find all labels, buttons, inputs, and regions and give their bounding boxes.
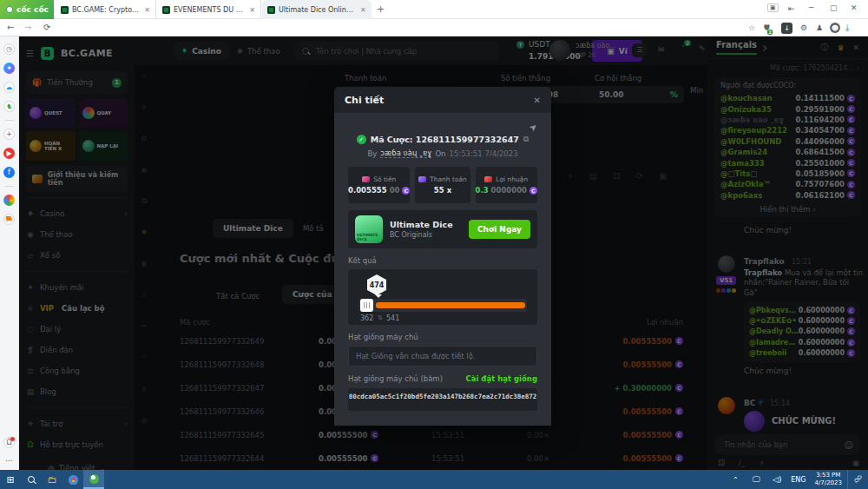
range-low: 362	[360, 314, 373, 322]
modal-header: Chi tiết ✕	[334, 87, 551, 113]
amount-icon	[362, 176, 370, 182]
sidebar-toggle-icon[interactable]: ♟	[816, 23, 823, 32]
bookmark-star-icon[interactable]: ☆	[748, 23, 755, 32]
tab-close-icon[interactable]: ✕	[360, 6, 366, 14]
game-thumbnail: ULTIMATE DICE	[355, 215, 383, 243]
server-seed-field[interactable]: Hạt Giống vẫn chưa được tiết lộ.	[348, 346, 537, 367]
volume-icon[interactable]: ◁)	[766, 470, 787, 489]
server-seed-label: Hạt giống máy chủ	[348, 333, 537, 341]
coccoc-taskbar-icon[interactable]	[83, 470, 104, 489]
seed-hash-label: Hạt giống máy chủ (băm)	[348, 374, 443, 383]
history-icon[interactable]: ◷	[3, 43, 15, 55]
start-button[interactable]: ⊞	[0, 470, 21, 489]
seed-hash-box: 80cdca05ac5c1f20bd5fe203a147b268c7ea2c71…	[348, 388, 537, 411]
clock[interactable]: 3:53 PM 4/7/2023	[810, 472, 847, 487]
modal-close-icon[interactable]: ✕	[534, 96, 541, 105]
stat-payout: Thanh toán 55 x	[415, 167, 470, 203]
bcgame-favicon	[61, 6, 69, 14]
bet-author-link[interactable]: ɔæɓa ʋàɥ ˬɐɣ	[380, 149, 431, 158]
coccoc-logo-icon	[5, 5, 14, 14]
browser-tabstrip: cốc cốc BC.GAME: Crypto Casino Ga ✕ ÉVÉN…	[0, 0, 868, 19]
coin-icon	[529, 187, 537, 195]
games-icon[interactable]: ♞	[3, 101, 15, 112]
stat-amount: Số tiền 0.00555500	[348, 167, 410, 203]
coccoc-brand-text: cốc cốc	[16, 5, 49, 14]
share-icon[interactable]: ➤	[348, 122, 537, 133]
window-maximize-button[interactable]: ▢	[830, 3, 838, 12]
browser-tab-1[interactable]: BC.GAME: Crypto Casino Ga ✕	[56, 0, 156, 19]
taskbar-time: 3:53 PM	[816, 472, 840, 479]
tab-close-icon[interactable]: ✕	[249, 6, 255, 14]
cloud-app-icon[interactable]: ☁	[3, 82, 15, 93]
keyboard-language[interactable]: ENG	[787, 476, 809, 484]
bcgame-favicon	[267, 6, 275, 14]
adblock-badge: 2	[767, 30, 772, 35]
tab-close-icon[interactable]: ✕	[144, 6, 150, 14]
game-card-title: Ultimate Dice	[390, 220, 453, 229]
browser-app-icon[interactable]	[3, 195, 15, 206]
result-box: 474 362 ⇅ 541	[348, 269, 537, 325]
forward-icon[interactable]: →	[24, 23, 31, 32]
seed-settings-link[interactable]: Cài đặt hạt giống	[466, 374, 537, 383]
rail-divider	[4, 120, 15, 121]
coin-icon	[402, 187, 410, 195]
youtube-icon[interactable]: ▶	[3, 148, 15, 159]
coccoc-logo: cốc cốc	[0, 0, 54, 19]
rail-more-icon[interactable]: ⋯	[5, 456, 13, 465]
action-center-icon[interactable]: 🗪	[847, 470, 868, 489]
reload-icon[interactable]: ⟳	[43, 23, 50, 32]
slider-fill	[376, 302, 525, 308]
adblock-shield-icon[interactable]: ⛊2	[764, 23, 770, 33]
tab-search-icon[interactable]: ⇤	[788, 4, 795, 13]
tab-title: BC.GAME: Crypto Casino Ga	[72, 6, 139, 14]
coccoc-download-icon[interactable]: ⤓	[845, 23, 849, 33]
browser-tab-3-active[interactable]: Ultimate Dice Online Slot - P ✕	[262, 0, 372, 19]
bet-datetime: 15:53:51 7/4/2023	[450, 149, 518, 158]
coccoc-rail: ◷ ✦ ☁ ♞ + ▶ f ⛟ Ω ⋯	[0, 36, 19, 470]
slider-handle[interactable]	[360, 299, 373, 312]
play-now-button[interactable]: Chơi Ngay	[469, 220, 530, 239]
seed-hash-value: 80cdca05ac5c1f20bd5fe203a147b268c7ea2c71…	[349, 393, 537, 400]
window-close-button[interactable]: ✕	[851, 3, 858, 12]
media-panel-icon[interactable]: ▣	[767, 3, 779, 12]
profile-avatar-icon[interactable]: ☻	[830, 23, 840, 33]
extensions-icon[interactable]: ⚙	[800, 23, 807, 32]
network-icon[interactable]: 🖵	[746, 470, 766, 489]
screen: cốc cốc BC.GAME: Crypto Casino Ga ✕ ÉVÉN…	[0, 0, 868, 489]
window-minimize-button[interactable]: ─	[809, 3, 813, 12]
back-icon[interactable]: ←	[7, 23, 14, 32]
tray-chevron-icon[interactable]: ⌃	[725, 470, 746, 489]
copy-icon[interactable]: ⧉	[523, 135, 529, 144]
verified-shield-icon: ✓	[357, 135, 366, 144]
download-icon[interactable]: ↓	[781, 23, 792, 34]
result-badge: 474	[367, 274, 386, 295]
rail-divider	[4, 186, 15, 187]
result-pointer	[375, 294, 382, 298]
game-card-provider: BC Originals	[390, 231, 453, 239]
shopping-cart-icon[interactable]: ⛟	[3, 214, 15, 225]
modal-title: Chi tiết	[345, 95, 384, 106]
modal-bet-id: Mã Cược: 126811159977332647	[371, 135, 519, 144]
browser-tab-2[interactable]: ÉVÉNEMENTS DU WEEK-END ✕	[157, 0, 261, 19]
add-shortcut-icon[interactable]: +	[3, 129, 15, 140]
range-swap-icon[interactable]: ⇅	[378, 314, 383, 321]
messenger-icon[interactable]: ✦	[3, 63, 15, 74]
chrome-icon[interactable]	[62, 470, 83, 489]
by-label: By	[367, 149, 377, 158]
windows-taskbar: ⊞ 🗀 ⌃ 🖵 ◁) ENG 3:53 PM 4/7/2023 🗪	[0, 470, 868, 489]
new-tab-button[interactable]: +	[377, 3, 385, 15]
taskbar-date: 4/7/2023	[815, 479, 842, 487]
tab-title: Ultimate Dice Online Slot - P	[279, 6, 355, 14]
browser-addressbar: ← → ⟳ bc.game/vi/game/ultimate-dice ☆ ⛊2…	[0, 19, 868, 36]
notification-bell-icon[interactable]: Ω	[3, 437, 15, 448]
facebook-icon[interactable]: f	[3, 167, 15, 178]
bet-details-modal: Chi tiết ✕ ➤ ✓ Mã Cược: 1268111599773326…	[334, 87, 551, 426]
taskbar-search-icon[interactable]	[21, 470, 42, 489]
modal-body: ➤ ✓ Mã Cược: 126811159977332647 ⧉ By ɔæɓ…	[334, 113, 551, 411]
tab-title: ÉVÉNEMENTS DU WEEK-END	[174, 6, 244, 14]
file-explorer-icon[interactable]: 🗀	[42, 470, 62, 489]
bcgame-favicon	[162, 6, 170, 14]
on-label: On	[435, 149, 445, 158]
game-card[interactable]: ULTIMATE DICE Ultimate Dice BC Originals…	[348, 210, 537, 248]
server-seed-placeholder: Hạt Giống vẫn chưa được tiết lộ.	[356, 352, 476, 360]
